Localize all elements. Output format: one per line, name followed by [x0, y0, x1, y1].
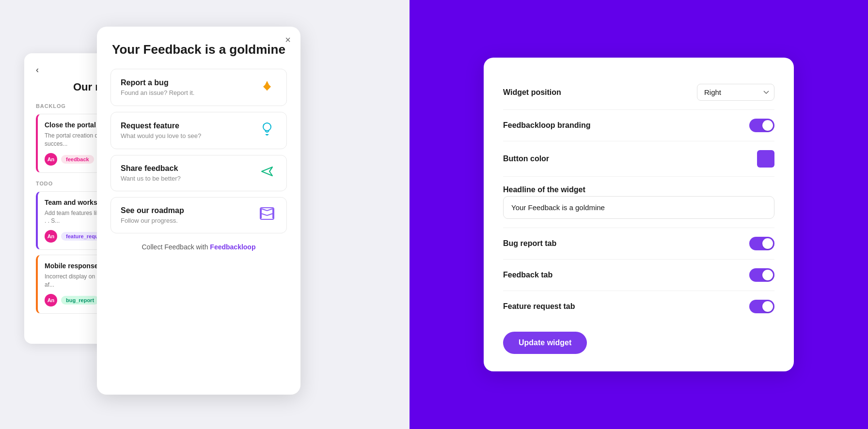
svg-point-2: [263, 123, 271, 131]
modal-title: Your Feedback is a goldmine: [110, 42, 287, 57]
left-panel: ‹ Our roadmap BACKLOG Close the portal d…: [0, 0, 410, 429]
feature-request-tab-toggle[interactable]: [749, 300, 774, 313]
feature-icon: [257, 121, 277, 140]
feature-request-tab-row: Feature request tab: [503, 291, 774, 322]
option-desc: Want us to be better?: [121, 175, 181, 182]
avatar: An: [45, 294, 57, 306]
modal-close-button[interactable]: ×: [285, 34, 291, 46]
option-text: See our roadmap Follow our progress.: [121, 206, 184, 224]
bug-report-tab-row: Bug report tab: [503, 228, 774, 260]
svg-line-6: [264, 124, 265, 125]
svg-marker-7: [262, 167, 272, 176]
see-roadmap-option[interactable]: See our roadmap Follow our progress.: [110, 197, 287, 233]
feedbackloop-branding-row: Feedbackloop branding: [503, 110, 774, 141]
headline-row: Headline of the widget: [503, 177, 774, 228]
feature-request-tab-label: Feature request tab: [503, 302, 575, 311]
feedback-modal: × Your Feedback is a goldmine Report a b…: [97, 27, 300, 395]
headline-label: Headline of the widget: [503, 185, 774, 194]
right-panel: Widget position Right Left Feedbackloop …: [410, 0, 868, 429]
footer-text: Collect Feedback with: [142, 243, 210, 251]
widget-settings-card: Widget position Right Left Feedbackloop …: [484, 58, 794, 371]
option-desc: Follow our progress.: [121, 217, 184, 224]
tag: bug_report: [61, 296, 99, 305]
button-color-label: Button color: [503, 154, 549, 163]
update-widget-button[interactable]: Update widget: [503, 332, 587, 354]
feedbackloop-link[interactable]: Feedbackloop: [210, 243, 255, 251]
feedbackloop-branding-toggle[interactable]: [749, 119, 774, 132]
option-title: Request feature: [121, 122, 201, 130]
feedback-tab-toggle[interactable]: [749, 268, 774, 282]
feedback-icon: [257, 164, 277, 182]
option-title: Report a bug: [121, 78, 194, 87]
widget-position-label: Widget position: [503, 88, 561, 97]
share-feedback-option[interactable]: Share feedback Want us to be better?: [110, 155, 287, 191]
widget-position-select[interactable]: Right Left: [697, 84, 774, 101]
option-desc: What would you love to see?: [121, 132, 201, 139]
request-feature-option[interactable]: Request feature What would you love to s…: [110, 112, 287, 149]
feedback-tab-row: Feedback tab: [503, 260, 774, 291]
option-desc: Found an issue? Report it.: [121, 89, 194, 96]
option-title: See our roadmap: [121, 206, 184, 215]
feedback-tab-label: Feedback tab: [503, 271, 552, 279]
headline-input[interactable]: [503, 196, 774, 219]
bug-report-tab-toggle[interactable]: [749, 237, 774, 250]
avatar: An: [45, 153, 57, 166]
option-text: Report a bug Found an issue? Report it.: [121, 78, 194, 96]
option-text: Request feature What would you love to s…: [121, 122, 201, 139]
roadmap-icon: [257, 207, 277, 224]
widget-position-row: Widget position Right Left: [503, 75, 774, 110]
feedbackloop-branding-label: Feedbackloop branding: [503, 121, 590, 130]
modal-footer: Collect Feedback with Feedbackloop: [110, 243, 287, 251]
avatar: An: [45, 230, 57, 243]
tag: feedback: [61, 155, 94, 164]
button-color-row: Button color: [503, 141, 774, 177]
option-text: Share feedback Want us to be better?: [121, 164, 181, 182]
button-color-swatch[interactable]: [757, 150, 774, 168]
option-title: Share feedback: [121, 164, 181, 173]
bug-icon: [257, 78, 277, 97]
report-bug-option[interactable]: Report a bug Found an issue? Report it.: [110, 69, 287, 106]
bug-report-tab-label: Bug report tab: [503, 239, 556, 248]
